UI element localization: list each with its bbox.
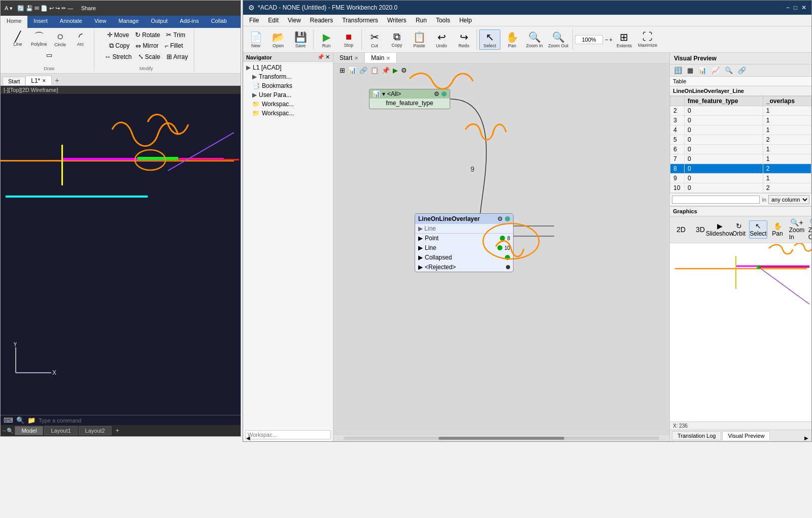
tab-output[interactable]: Output: [145, 16, 174, 28]
rectangle-button[interactable]: ▭: [44, 50, 54, 60]
nav-item-userpara[interactable]: ▶ User Para...: [244, 90, 332, 100]
vp-tool-2[interactable]: ▦: [685, 66, 695, 75]
navigator-close-icon[interactable]: ✕: [325, 54, 330, 60]
table-row[interactable]: 5 0 2: [670, 135, 811, 145]
mirror-button[interactable]: ⇔Mirror: [133, 41, 160, 51]
vp-tool-3[interactable]: 📊: [696, 66, 708, 75]
table-row[interactable]: 3 0 1: [670, 116, 811, 125]
tab-minus-icon[interactable]: −: [3, 428, 6, 434]
vp-search-column-select[interactable]: any column: [768, 195, 809, 204]
table-row[interactable]: 2 0 1: [670, 106, 811, 116]
tab-addins[interactable]: Add-ins: [174, 16, 205, 28]
menu-readers[interactable]: Readers: [306, 16, 337, 25]
copy-button[interactable]: ⧉Copy: [107, 41, 131, 51]
menu-writers[interactable]: Writers: [383, 16, 411, 25]
run-button[interactable]: ▶ Run: [316, 30, 337, 49]
add-layout-button[interactable]: +: [113, 426, 122, 435]
feature-type-node[interactable]: 📊 ▾ <All> ⚙ fme_feature_type: [369, 89, 450, 109]
close-start-tab-icon[interactable]: ✕: [354, 55, 358, 61]
graphics-slideshow-button[interactable]: ▶ Slideshow: [710, 221, 729, 238]
model-tab[interactable]: Model: [15, 426, 43, 435]
tab-start[interactable]: Start ✕: [333, 53, 365, 63]
nav-search-input[interactable]: [245, 430, 331, 439]
nav-item-workspac1[interactable]: 📁 Workspac...: [244, 100, 332, 109]
vp-tool-5[interactable]: 🔍: [723, 66, 735, 75]
zoom-decrease-button[interactable]: −: [605, 37, 608, 43]
zoom-increase-button[interactable]: +: [609, 37, 612, 43]
stretch-button[interactable]: ↔Stretch: [103, 52, 134, 61]
array-button[interactable]: ⊞Array: [164, 52, 190, 61]
table-row[interactable]: 9 0 1: [670, 174, 811, 183]
add-tab-button[interactable]: +: [52, 75, 62, 85]
doc-tab-l1[interactable]: L1*✕: [25, 76, 52, 85]
minimize-button[interactable]: −: [786, 4, 790, 11]
move-button[interactable]: ✛Move: [105, 30, 131, 40]
canvas-tool-3[interactable]: 🔗: [358, 66, 368, 75]
workspace-scrollbar-h[interactable]: ◀ ▶: [333, 434, 669, 441]
nav-item-l1[interactable]: ▶ L1 [ACAD]: [244, 63, 332, 72]
stop-button[interactable]: ■ Stop: [338, 30, 359, 49]
canvas-tool-6[interactable]: ⚙: [400, 66, 408, 75]
new-button[interactable]: 📄 New: [245, 30, 266, 49]
redo-button[interactable]: ↪ Redo: [453, 30, 475, 49]
feature-type-gear-icon[interactable]: ⚙: [434, 90, 439, 98]
vp-tool-1[interactable]: 🔢: [672, 66, 684, 75]
table-row[interactable]: 4 0 1: [670, 125, 811, 135]
transformer-node[interactable]: LineOnLineOverlayer ⚙ ▶ Line ▶ Point 8: [415, 213, 514, 272]
menu-tools[interactable]: Tools: [432, 16, 454, 25]
graphics-select-button[interactable]: ↖ Select: [749, 220, 767, 239]
undo-button[interactable]: ↩ Undo: [431, 30, 452, 49]
maximize-workspace-button[interactable]: ⛶ Maximize: [636, 30, 659, 49]
select-toolbar-button[interactable]: ↖ Select: [479, 29, 500, 50]
save-button[interactable]: 💾 Save: [290, 30, 311, 49]
scrollbar-thumb[interactable]: [438, 437, 565, 440]
graphics-orbit-button[interactable]: ↻ Orbit: [730, 221, 748, 238]
col-header-overlaps[interactable]: _overlaps: [763, 96, 811, 106]
translation-log-tab[interactable]: Translation Log: [672, 431, 721, 440]
paste-button[interactable]: 📋 Paste: [409, 30, 430, 49]
tab-insert[interactable]: Insert: [27, 16, 54, 28]
copy-toolbar-button[interactable]: ⧉ Copy: [386, 30, 408, 49]
menu-edit[interactable]: Edit: [264, 16, 283, 25]
menu-file[interactable]: File: [245, 16, 263, 25]
fillet-button[interactable]: ⌐Fillet: [163, 41, 185, 51]
open-button[interactable]: 📂 Open: [267, 30, 289, 49]
table-row[interactable]: 10 0 2: [670, 183, 811, 193]
arc-button[interactable]: ◜ Arc: [72, 30, 90, 48]
maximize-button[interactable]: □: [794, 4, 797, 11]
graphics-zoomin-button[interactable]: 🔍+ Zoom In: [788, 217, 806, 242]
canvas-tool-5[interactable]: 📌: [381, 66, 391, 75]
doc-tab-start[interactable]: Start: [3, 77, 25, 85]
layout2-tab[interactable]: Layout2: [79, 426, 112, 435]
trim-button[interactable]: ✂Trim: [164, 30, 187, 40]
tab-home[interactable]: Home: [1, 16, 27, 28]
canvas-run-icon[interactable]: ▶: [392, 66, 399, 75]
tab-main[interactable]: Main ✕: [365, 53, 397, 63]
cut-button[interactable]: ✂ Cut: [364, 30, 385, 49]
canvas-tool-2[interactable]: 📊: [347, 66, 357, 75]
menu-help[interactable]: Help: [455, 16, 476, 25]
navigator-pin-icon[interactable]: 📌: [317, 54, 324, 60]
command-input[interactable]: [39, 417, 130, 424]
close-tab-icon[interactable]: ✕: [42, 78, 46, 83]
workspace-canvas[interactable]: ⊞ 📊 🔗 📋 📌 ▶ ⚙ 📊 ▾ <All> ⚙: [333, 63, 669, 434]
close-button[interactable]: ✕: [801, 4, 806, 11]
layout1-tab[interactable]: Layout1: [44, 426, 77, 435]
table-row[interactable]: 8 0 2: [670, 164, 811, 174]
menu-view[interactable]: View: [284, 16, 305, 25]
graphics-canvas[interactable]: [670, 243, 811, 422]
tab-search-icon[interactable]: 🔍: [7, 428, 14, 434]
pan-toolbar-button[interactable]: ✋ Pan: [501, 30, 523, 49]
rotate-button[interactable]: ↻Rotate: [133, 30, 162, 40]
table-row[interactable]: 7 0 1: [670, 154, 811, 164]
table-row[interactable]: 6 0 1: [670, 145, 811, 154]
nav-item-bookmarks[interactable]: 📑 Bookmarks: [244, 81, 332, 90]
circle-button[interactable]: ○ Circle: [51, 30, 70, 48]
tab-collab[interactable]: Collab: [205, 16, 233, 28]
tab-annotate[interactable]: Annotate: [54, 16, 88, 28]
line-button[interactable]: ╱ Line: [9, 30, 27, 48]
polyline-button[interactable]: ⌒ Polyline: [29, 30, 49, 48]
graphics-zoomout-button[interactable]: 🔍− Zoom Out: [807, 217, 811, 242]
zoom-out-toolbar-button[interactable]: 🔍 Zoom Out: [546, 30, 570, 49]
transformer-gear-icon[interactable]: ⚙: [497, 215, 503, 222]
